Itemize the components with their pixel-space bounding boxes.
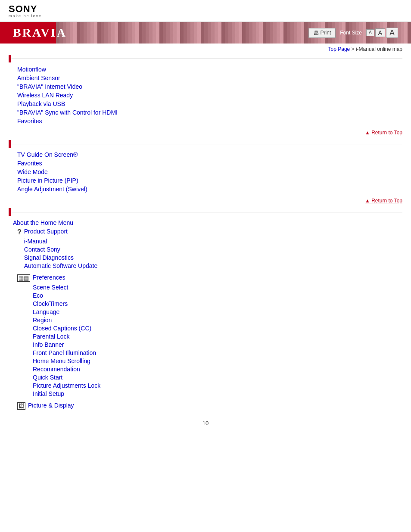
- initial-setup-link[interactable]: Initial Setup: [33, 390, 64, 397]
- section2: TV Guide On Screen® Favorites Wide Mode …: [0, 140, 411, 204]
- info-banner-link[interactable]: Info Banner: [33, 341, 64, 348]
- sony-logo: SONY make.believe: [9, 4, 402, 18]
- list-item: Language: [33, 308, 100, 315]
- breadcrumb: Top Page > i-Manual online map: [0, 44, 411, 55]
- section2-link-list: TV Guide On Screen® Favorites Wide Mode …: [17, 151, 402, 193]
- favorites-link-2[interactable]: Favorites: [17, 160, 42, 167]
- list-item: Home Menu Scrolling: [33, 358, 100, 364]
- ambient-sensor-link[interactable]: Ambient Sensor: [17, 75, 60, 81]
- clock-timers-link[interactable]: Clock/Timers: [33, 300, 68, 307]
- list-item: Recommendation: [33, 366, 100, 373]
- page-number: 10: [0, 411, 411, 431]
- menu-level1: ? Product Support i-Manual Contact Sony …: [17, 228, 402, 272]
- imanual-link[interactable]: i-Manual: [24, 238, 47, 245]
- contact-sony-link[interactable]: Contact Sony: [24, 246, 60, 253]
- angle-adjustment-link[interactable]: Angle Adjustment (Swivel): [17, 186, 87, 193]
- list-item: Motionflow: [17, 66, 402, 73]
- signal-diagnostics-link[interactable]: Signal Diagnostics: [24, 254, 74, 261]
- wireless-lan-ready-link[interactable]: Wireless LAN Ready: [17, 92, 73, 99]
- picture-display-icon: 🖼: [17, 402, 25, 410]
- list-item: Info Banner: [33, 341, 100, 348]
- top-page-link[interactable]: Top Page: [328, 46, 350, 52]
- list-item: Wireless LAN Ready: [17, 92, 402, 99]
- banner-right: 🖶 Print Font Size A A A: [308, 28, 398, 38]
- section3-menu-root: About the Home Menu: [13, 219, 402, 226]
- list-item: "BRAVIA" Sync with Control for HDMI: [17, 109, 402, 116]
- font-small-button[interactable]: A: [366, 29, 374, 36]
- section3-divider: [9, 208, 402, 216]
- scene-select-link[interactable]: Scene Select: [33, 284, 68, 291]
- bravia-banner: BRAVIA 🖶 Print Font Size A A A: [0, 22, 411, 44]
- wide-mode-link[interactable]: Wide Mode: [17, 168, 48, 175]
- parental-lock-link[interactable]: Parental Lock: [33, 333, 70, 340]
- bravia-internet-video-link[interactable]: "BRAVIA" Internet Video: [17, 83, 82, 90]
- pip-link[interactable]: Picture in Picture (PIP): [17, 177, 78, 184]
- menu-level1-preferences: ▦▦ Preferences Scene Select Eco Clock/Ti…: [17, 274, 402, 400]
- preferences-children: Scene Select Eco Clock/Timers Language R…: [33, 283, 100, 398]
- list-item: Eco: [33, 292, 100, 299]
- section3: About the Home Menu ? Product Support i-…: [0, 208, 411, 410]
- section1-link-list: Motionflow Ambient Sensor "BRAVIA" Inter…: [17, 66, 402, 124]
- list-item: Parental Lock: [33, 333, 100, 340]
- list-item: ▦▦ Preferences Scene Select Eco Clock/Ti…: [17, 274, 402, 400]
- list-item: About the Home Menu: [13, 219, 402, 226]
- list-item: Wide Mode: [17, 168, 402, 175]
- preferences-link[interactable]: Preferences: [33, 274, 100, 281]
- list-item: Scene Select: [33, 284, 100, 291]
- section2-hr: [11, 144, 402, 144]
- product-support-children: i-Manual Contact Sony Signal Diagnostics…: [24, 236, 97, 271]
- motionflow-link[interactable]: Motionflow: [17, 66, 46, 73]
- automatic-software-update-link[interactable]: Automatic Software Update: [24, 262, 97, 269]
- picture-adjustments-lock-link[interactable]: Picture Adjustments Lock: [33, 382, 100, 389]
- bravia-sync-link[interactable]: "BRAVIA" Sync with Control for HDMI: [17, 109, 118, 116]
- return-to-top-link-2[interactable]: ▲ Return to Top: [365, 198, 402, 204]
- picture-display-link[interactable]: Picture & Display: [28, 402, 74, 409]
- language-link[interactable]: Language: [33, 308, 59, 315]
- font-size-controls: A A A: [366, 28, 398, 38]
- home-menu-scrolling-link[interactable]: Home Menu Scrolling: [33, 358, 90, 364]
- breadcrumb-separator: >: [352, 46, 356, 52]
- about-home-menu-link[interactable]: About the Home Menu: [13, 219, 73, 226]
- list-item: Closed Captions (CC): [33, 325, 100, 332]
- banner-content: BRAVIA 🖶 Print Font Size A A A: [6, 26, 405, 40]
- region-link[interactable]: Region: [33, 317, 52, 324]
- list-item: Clock/Timers: [33, 300, 100, 307]
- quick-start-link[interactable]: Quick Start: [33, 374, 62, 381]
- question-icon: ?: [17, 228, 22, 236]
- eco-link[interactable]: Eco: [33, 292, 43, 299]
- list-item: TV Guide On Screen®: [17, 151, 402, 158]
- list-item: Signal Diagnostics: [24, 254, 97, 261]
- tv-guide-link[interactable]: TV Guide On Screen®: [17, 151, 78, 158]
- playback-via-usb-link[interactable]: Playback via USB: [17, 100, 65, 107]
- list-item: Favorites: [17, 118, 402, 124]
- list-item: "BRAVIA" Internet Video: [17, 83, 402, 90]
- preferences-item: Preferences Scene Select Eco Clock/Timer…: [33, 274, 100, 400]
- favorites-link-1[interactable]: Favorites: [17, 118, 42, 124]
- top-header: SONY make.believe: [0, 0, 411, 22]
- section1-divider: [9, 55, 402, 62]
- list-item: Favorites: [17, 160, 402, 167]
- closed-captions-link[interactable]: Closed Captions (CC): [33, 325, 91, 332]
- list-item: Front Panel Illumination: [33, 349, 100, 356]
- list-item: Quick Start: [33, 374, 100, 381]
- return-to-top-link-1[interactable]: ▲ Return to Top: [365, 130, 402, 136]
- list-item: ? Product Support i-Manual Contact Sony …: [17, 228, 402, 272]
- menu-level1-picture: 🖼 Picture & Display: [17, 402, 402, 410]
- section2-divider: [9, 140, 402, 148]
- list-item: Ambient Sensor: [17, 75, 402, 81]
- list-item: Angle Adjustment (Swivel): [17, 186, 402, 193]
- font-medium-button[interactable]: A: [375, 28, 385, 37]
- front-panel-illumination-link[interactable]: Front Panel Illumination: [33, 349, 96, 356]
- product-support-link[interactable]: Product Support: [24, 228, 97, 235]
- print-label: Print: [321, 30, 331, 36]
- list-item: Initial Setup: [33, 390, 100, 397]
- recommendation-link[interactable]: Recommendation: [33, 366, 80, 373]
- font-large-button[interactable]: A: [386, 28, 398, 38]
- section1-hr: [11, 59, 402, 59]
- product-support-item: Product Support i-Manual Contact Sony Si…: [24, 228, 97, 272]
- list-item: 🖼 Picture & Display: [17, 402, 402, 410]
- preferences-icon: ▦▦: [17, 274, 30, 282]
- list-item: Contact Sony: [24, 246, 97, 253]
- print-button[interactable]: 🖶 Print: [308, 28, 336, 38]
- breadcrumb-current: i-Manual online map: [356, 46, 402, 52]
